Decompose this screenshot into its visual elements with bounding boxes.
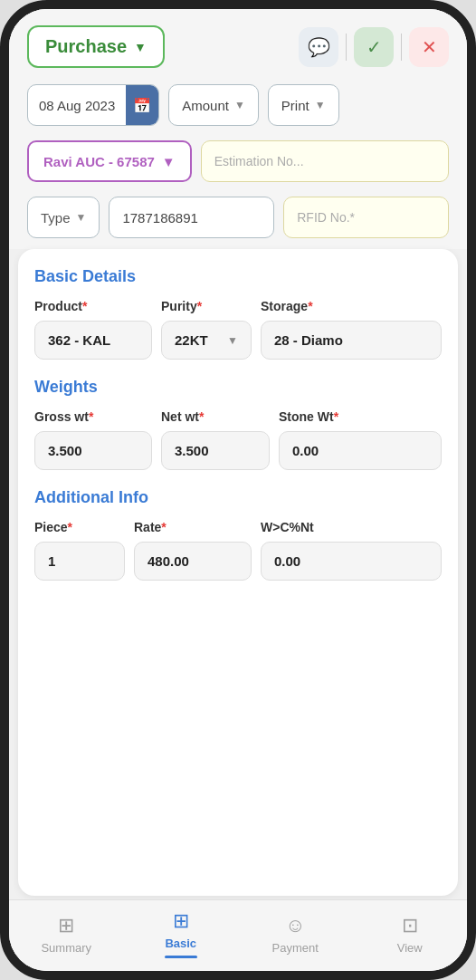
- phone-shell: Purchase ▼ 💬 ✓ ✕ 08 Aug 2023: [0, 0, 476, 980]
- estimation-input[interactable]: Estimation No...: [201, 140, 449, 182]
- supplier-caret-icon: ▼: [162, 154, 176, 169]
- check-icon: ✓: [367, 36, 382, 58]
- type-row: Type ▼ 1787186891 RFID No.*: [9, 189, 467, 249]
- nav-payment[interactable]: ☺ Payment: [263, 914, 327, 955]
- chevron-down-icon: ▼: [134, 40, 147, 54]
- purity-value: 22KT: [175, 332, 208, 348]
- divider: [346, 34, 347, 61]
- rfid-placeholder: RFID No.*: [297, 210, 355, 225]
- supplier-button[interactable]: Ravi AUC - 67587 ▼: [27, 140, 192, 182]
- purchase-label: Purchase: [45, 36, 127, 57]
- purchase-button[interactable]: Purchase ▼: [27, 25, 165, 68]
- chat-button[interactable]: 💬: [299, 27, 338, 67]
- payment-icon: ☺: [285, 914, 305, 937]
- barcode-input[interactable]: 1787186891: [109, 197, 274, 238]
- barcode-value: 1787186891: [122, 210, 197, 226]
- gross-value: 3.500: [48, 443, 82, 458]
- basic-details-title: Basic Details: [34, 267, 442, 286]
- gross-label: Gross wt*: [34, 409, 152, 424]
- rate-field[interactable]: 480.00: [134, 542, 252, 581]
- addinfo-header: Piece* Rate* W>C%Nt: [34, 520, 442, 534]
- net-value: 3.500: [175, 443, 209, 458]
- controls-row: 08 Aug 2023 📅 Amount ▼ Print ▼: [9, 77, 467, 133]
- screen: Purchase ▼ 💬 ✓ ✕ 08 Aug 2023: [9, 9, 467, 971]
- payment-label: Payment: [272, 941, 319, 955]
- storage-value: 28 - Diamo: [274, 332, 343, 348]
- date-value: 08 Aug 2023: [28, 98, 126, 113]
- type-caret-icon: ▼: [76, 211, 87, 224]
- view-icon: ⊡: [402, 914, 418, 937]
- rate-label: Rate*: [134, 520, 252, 534]
- bottom-nav: ⊞ Summary ⊞ Basic ☺ Payment ⊡ View: [9, 899, 467, 971]
- header-row: Purchase ▼ 💬 ✓ ✕: [9, 9, 467, 77]
- stone-value: 0.00: [292, 443, 319, 458]
- purity-label: Purity*: [161, 299, 252, 313]
- main-card: Basic Details Product* Purity* Storage* …: [18, 249, 458, 896]
- calendar-icon: 📅: [126, 85, 158, 125]
- storage-label: Storage*: [261, 299, 442, 313]
- header-actions: 💬 ✓ ✕: [299, 27, 449, 67]
- additional-title: Additional Info: [34, 488, 442, 507]
- supplier-name: Ravi AUC - 67587: [43, 154, 155, 169]
- weights-title: Weights: [34, 378, 442, 397]
- rate-value: 480.00: [148, 553, 189, 569]
- divider2: [401, 34, 402, 61]
- weights-row: 3.500 3.500 0.00: [34, 431, 442, 470]
- basic-fields-header: Product* Purity* Storage*: [34, 299, 442, 313]
- amount-caret-icon: ▼: [234, 99, 245, 111]
- nav-view[interactable]: ⊡ View: [378, 914, 442, 955]
- piece-field[interactable]: 1: [34, 542, 125, 581]
- addinfo-row: 1 480.00 0.00: [34, 542, 442, 581]
- purity-field[interactable]: 22KT ▼: [161, 321, 252, 360]
- date-button[interactable]: 08 Aug 2023 📅: [27, 84, 159, 126]
- wc-field[interactable]: 0.00: [261, 542, 442, 581]
- product-value: 362 - KAL: [48, 332, 110, 348]
- print-label: Print: [281, 98, 309, 113]
- summary-icon: ⊞: [58, 914, 74, 937]
- chat-icon: 💬: [308, 36, 330, 58]
- stone-field[interactable]: 0.00: [279, 431, 442, 470]
- supplier-row: Ravi AUC - 67587 ▼ Estimation No...: [9, 133, 467, 189]
- stone-label: Stone Wt*: [279, 409, 442, 424]
- storage-field[interactable]: 28 - Diamo: [261, 321, 442, 360]
- summary-label: Summary: [41, 941, 91, 955]
- amount-dropdown[interactable]: Amount ▼: [168, 84, 259, 126]
- net-label: Net wt*: [161, 409, 270, 424]
- gross-field[interactable]: 3.500: [34, 431, 152, 470]
- type-label: Type: [41, 210, 71, 226]
- wc-value: 0.00: [274, 553, 300, 569]
- basic-fields-row: 362 - KAL 22KT ▼ 28 - Diamo: [34, 321, 442, 360]
- print-caret-icon: ▼: [315, 99, 326, 111]
- type-dropdown[interactable]: Type ▼: [27, 197, 100, 238]
- basic-label: Basic: [165, 937, 196, 950]
- nav-summary[interactable]: ⊞ Summary: [34, 914, 98, 955]
- view-label: View: [397, 941, 423, 955]
- piece-label: Piece*: [34, 520, 125, 534]
- amount-label: Amount: [182, 98, 229, 113]
- wc-label: W>C%Nt: [261, 520, 442, 534]
- basic-icon: ⊞: [173, 909, 189, 933]
- print-dropdown[interactable]: Print ▼: [268, 84, 339, 126]
- product-label: Product*: [34, 299, 152, 313]
- product-field[interactable]: 362 - KAL: [34, 321, 152, 360]
- piece-value: 1: [48, 553, 55, 569]
- confirm-button[interactable]: ✓: [354, 27, 394, 67]
- weights-header: Gross wt* Net wt* Stone Wt*: [34, 409, 442, 424]
- purity-caret-icon: ▼: [227, 334, 238, 347]
- nav-basic[interactable]: ⊞ Basic: [149, 909, 213, 958]
- close-icon: ✕: [422, 36, 437, 58]
- rfid-input[interactable]: RFID No.*: [283, 197, 449, 238]
- close-button[interactable]: ✕: [409, 27, 449, 67]
- estimation-placeholder: Estimation No...: [214, 154, 304, 168]
- active-underline: [165, 956, 197, 958]
- net-field[interactable]: 3.500: [161, 431, 270, 470]
